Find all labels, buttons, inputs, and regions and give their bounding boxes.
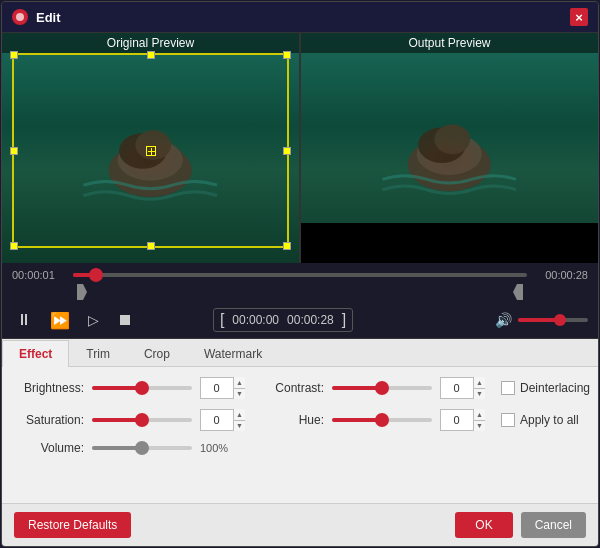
contrast-spin: ▲ ▼	[473, 377, 485, 399]
ok-button[interactable]: OK	[455, 512, 512, 538]
rock-island-output	[375, 79, 524, 206]
saturation-down[interactable]: ▼	[234, 421, 245, 432]
volume-section: 🔊	[495, 312, 588, 328]
trim-marker	[12, 284, 588, 300]
volume-row: Volume: 100%	[16, 441, 584, 455]
brightness-thumb[interactable]	[135, 381, 149, 395]
svg-point-8	[435, 124, 471, 154]
cancel-button[interactable]: Cancel	[521, 512, 586, 538]
hue-input-wrapper[interactable]: 0 ▲ ▼	[440, 409, 485, 431]
time-display: [ 00:00:00 00:00:28 ]	[213, 308, 353, 332]
preview-section: Original Preview	[2, 33, 598, 263]
tabs-row: Effect Trim Crop Watermark	[2, 339, 598, 367]
hue-up[interactable]: ▲	[474, 409, 485, 421]
deinterlacing-checkbox[interactable]	[501, 381, 515, 395]
hue-spin: ▲ ▼	[473, 409, 485, 431]
crop-handle-br[interactable]	[283, 242, 291, 250]
trim-right-marker[interactable]	[513, 284, 523, 300]
contrast-input-wrapper[interactable]: 0 ▲ ▼	[440, 377, 485, 399]
volume-icon: 🔊	[495, 312, 512, 328]
restore-defaults-button[interactable]: Restore Defaults	[14, 512, 131, 538]
saturation-label: Saturation:	[16, 413, 84, 427]
crop-handle-mr[interactable]	[283, 147, 291, 155]
brightness-label: Brightness:	[16, 381, 84, 395]
seek-time-end: 00:00:28	[533, 269, 588, 281]
title-bar: Edit ×	[2, 2, 598, 33]
seekbar-container: 00:00:01 00:00:28	[12, 269, 588, 281]
saturation-up[interactable]: ▲	[234, 409, 245, 421]
saturation-thumb[interactable]	[135, 413, 149, 427]
crop-handle-bm[interactable]	[147, 242, 155, 250]
volume-effect-thumb[interactable]	[135, 441, 149, 455]
deinterlacing-text: Deinterlacing	[520, 381, 590, 395]
saturation-input-wrapper[interactable]: 0 ▲ ▼	[200, 409, 245, 431]
contrast-thumb[interactable]	[375, 381, 389, 395]
edit-dialog: Edit × Original Preview	[1, 1, 599, 547]
hue-group: Hue: 0 ▲ ▼ Apply to all	[269, 409, 579, 431]
hue-slider[interactable]	[332, 418, 432, 422]
tab-trim[interactable]: Trim	[69, 340, 127, 367]
volume-slider[interactable]	[518, 318, 588, 322]
deinterlacing-label[interactable]: Deinterlacing	[501, 381, 590, 395]
seekbar-thumb[interactable]	[89, 268, 103, 282]
hue-label: Hue:	[269, 413, 324, 427]
time-out-value: 00:00:28	[287, 313, 334, 327]
apply-all-label[interactable]: Apply to all	[501, 413, 579, 427]
stop-button[interactable]: ⏹	[113, 309, 137, 331]
brightness-row: Brightness: 0 ▲ ▼ Contrast:	[16, 377, 584, 399]
saturation-row: Saturation: 0 ▲ ▼ Hue:	[16, 409, 584, 431]
volume-effect-slider[interactable]	[92, 446, 192, 450]
crop-center	[146, 146, 156, 156]
fast-forward-button[interactable]: ⏩	[46, 309, 74, 332]
hue-thumb[interactable]	[375, 413, 389, 427]
crop-handle-tr[interactable]	[283, 51, 291, 59]
contrast-down[interactable]: ▼	[474, 389, 485, 400]
saturation-slider[interactable]	[92, 418, 192, 422]
tab-effect[interactable]: Effect	[2, 340, 69, 367]
brightness-down[interactable]: ▼	[234, 389, 245, 400]
brightness-spin: ▲ ▼	[233, 377, 245, 399]
controls-section: ⏸ ⏩ ▷ ⏹ [ 00:00:00 00:00:28 ] 🔊	[2, 304, 598, 339]
dialog-title: Edit	[36, 10, 61, 25]
seek-time-start: 00:00:01	[12, 269, 67, 281]
saturation-spin: ▲ ▼	[233, 409, 245, 431]
brightness-up[interactable]: ▲	[234, 377, 245, 389]
brightness-slider[interactable]	[92, 386, 192, 390]
output-preview-dark	[301, 223, 598, 263]
original-preview-label: Original Preview	[2, 33, 299, 53]
output-preview-label: Output Preview	[301, 33, 598, 53]
crop-handle-bl[interactable]	[10, 242, 18, 250]
crop-box	[12, 53, 289, 248]
apply-all-text: Apply to all	[520, 413, 579, 427]
output-preview-pane: Output Preview	[301, 33, 598, 263]
hue-down[interactable]: ▼	[474, 421, 485, 432]
brightness-input-wrapper[interactable]: 0 ▲ ▼	[200, 377, 245, 399]
tab-crop[interactable]: Crop	[127, 340, 187, 367]
contrast-label: Contrast:	[269, 381, 324, 395]
volume-pct: 100%	[200, 442, 240, 454]
original-preview-pane: Original Preview	[2, 33, 299, 263]
close-button[interactable]: ×	[570, 8, 588, 26]
bottom-bar: Restore Defaults OK Cancel	[2, 503, 598, 546]
apply-all-checkbox[interactable]	[501, 413, 515, 427]
bracket-close: ]	[342, 311, 346, 329]
seekbar-track[interactable]	[73, 273, 527, 277]
pause-button[interactable]: ⏸	[12, 309, 36, 331]
contrast-group: Contrast: 0 ▲ ▼ Deinterlacin	[269, 377, 590, 399]
trim-left-marker[interactable]	[77, 284, 87, 300]
volume-thumb[interactable]	[554, 314, 566, 326]
title-icon	[12, 9, 28, 25]
output-video	[301, 33, 598, 263]
step-button[interactable]: ▷	[84, 310, 103, 330]
crop-handle-tl[interactable]	[10, 51, 18, 59]
bracket-open: [	[220, 311, 224, 329]
crop-handle-ml[interactable]	[10, 147, 18, 155]
svg-point-0	[16, 13, 24, 21]
volume-label: Volume:	[16, 441, 84, 455]
tabs-section: Effect Trim Crop Watermark Brightness: 0…	[2, 339, 598, 503]
contrast-slider[interactable]	[332, 386, 432, 390]
contrast-up[interactable]: ▲	[474, 377, 485, 389]
crop-handle-tm[interactable]	[147, 51, 155, 59]
time-in-value: 00:00:00	[232, 313, 279, 327]
tab-watermark[interactable]: Watermark	[187, 340, 279, 367]
